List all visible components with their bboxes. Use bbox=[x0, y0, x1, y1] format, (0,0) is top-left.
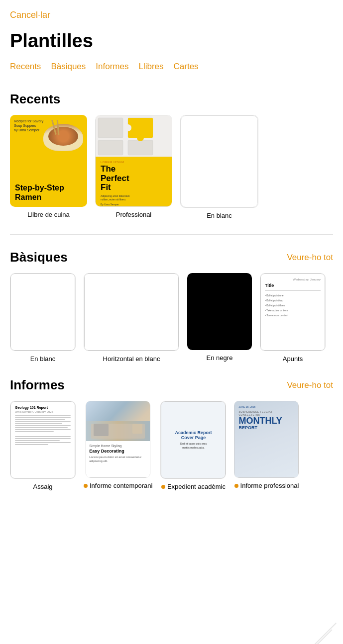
academic-body-text: Sed et lacus quis arcumattis malesuada. bbox=[180, 442, 207, 450]
tab-basics[interactable]: Bàsiques bbox=[51, 62, 86, 72]
nav-tabs: Recents Bàsiques Informes Llibres Cartes bbox=[0, 62, 343, 82]
reports-section: Informes Veure-ho tot Geology 101 Report… bbox=[0, 372, 343, 500]
tab-books[interactable]: Llibres bbox=[138, 62, 163, 72]
template-label-blank-recent: En blanc bbox=[207, 212, 232, 219]
notes-date: Wednesday, January bbox=[265, 278, 321, 281]
monthly-sub: REPORT bbox=[238, 425, 294, 430]
note-line-4: • Take action on item bbox=[265, 309, 321, 312]
template-label-notes: Apunts bbox=[283, 355, 303, 363]
template-label-contemporary: Informe contemporani bbox=[84, 482, 152, 489]
note-line-2: • Bullet point two bbox=[265, 299, 321, 302]
essay-title: Geology 101 Report bbox=[15, 406, 71, 409]
svg-rect-0 bbox=[98, 118, 123, 138]
monthly-date: JUNE 15, 2025 bbox=[238, 405, 294, 408]
ramen-top-text: Recipes for SavorySoup Suppersby Urna Se… bbox=[14, 119, 43, 132]
tab-recents[interactable]: Recents bbox=[10, 62, 41, 72]
template-label-perfectfit: Professional bbox=[116, 211, 152, 218]
template-item-notes[interactable]: Wednesday, January Title • Bullet point … bbox=[260, 273, 326, 363]
template-item-blank-basic[interactable]: En blanc bbox=[10, 273, 76, 363]
dot-contemporary bbox=[84, 484, 88, 488]
basics-see-all[interactable]: Veure-ho tot bbox=[287, 253, 333, 263]
tab-cards[interactable]: Cartes bbox=[174, 62, 199, 72]
template-item-perfectfit[interactable]: LOREM IPSUM ThePerfectFit Adipiscing ame… bbox=[95, 115, 172, 219]
svg-point-5 bbox=[137, 134, 144, 141]
template-item-essay[interactable]: Geology 101 Report Urna Semper / January… bbox=[10, 401, 76, 490]
template-item-blank-h[interactable]: Horitzontal en blanc bbox=[84, 273, 179, 363]
divider-1 bbox=[10, 234, 333, 235]
contemporary-text: Simple Home Styling Easy Decorating Lore… bbox=[86, 441, 150, 477]
template-item-contemporary[interactable]: Simple Home Styling Easy Decorating Lore… bbox=[84, 401, 152, 490]
reports-row: Geology 101 Report Urna Semper / January… bbox=[10, 401, 333, 500]
essay-body bbox=[15, 415, 71, 445]
cancel-button[interactable]: Cancel·lar bbox=[0, 0, 343, 25]
essay-subtitle: Urna Semper / January 2025 bbox=[15, 410, 71, 413]
template-label-monthly: Informe professional bbox=[234, 482, 299, 489]
template-label-blank-h: Horitzontal en blanc bbox=[103, 355, 160, 363]
note-line-5: • Some more content bbox=[265, 314, 321, 317]
basics-title: Bàsiques bbox=[10, 250, 68, 265]
recents-section: Recents Recipes for SavorySoup Suppersby… bbox=[0, 82, 343, 229]
reports-title: Informes bbox=[10, 377, 65, 393]
basics-section: Bàsiques Veure-ho tot En blanc Horitzont… bbox=[0, 240, 343, 372]
academic-title-text: Academic ReportCover Page bbox=[175, 430, 212, 440]
monthly-main: MONTHLY bbox=[238, 416, 294, 425]
notes-title-text: Title bbox=[265, 283, 321, 288]
note-line-3: • Bullet point three bbox=[265, 304, 321, 307]
template-label-blank-basic: En blanc bbox=[30, 355, 56, 363]
basics-row: En blanc Horitzontal en blanc En negre W… bbox=[10, 273, 333, 372]
dot-academic bbox=[161, 485, 165, 489]
template-item-black[interactable]: En negre bbox=[187, 273, 252, 363]
recents-row: Recipes for SavorySoup Suppersby Urna Se… bbox=[10, 115, 333, 229]
template-label-academic: Expedient acadèmic bbox=[161, 483, 226, 490]
template-item-blank-recent[interactable]: En blanc bbox=[180, 115, 258, 219]
reports-see-all[interactable]: Veure-ho tot bbox=[287, 380, 333, 390]
svg-point-6 bbox=[124, 124, 131, 131]
template-item-ramen[interactable]: Recipes for SavorySoup Suppersby Urna Se… bbox=[10, 115, 87, 219]
notes-lines: • Bullet point one • Bullet point two • … bbox=[265, 294, 321, 317]
contemporary-image bbox=[86, 401, 150, 441]
recents-title: Recents bbox=[10, 92, 60, 107]
template-label-ramen: Llibre de cuina bbox=[27, 211, 70, 218]
svg-rect-3 bbox=[128, 140, 153, 155]
template-label-black: En negre bbox=[207, 354, 233, 362]
page-title: Plantilles bbox=[0, 25, 343, 62]
tab-reports[interactable]: Informes bbox=[96, 62, 128, 72]
dot-monthly bbox=[234, 484, 238, 488]
notes-divider bbox=[265, 290, 321, 290]
note-line-1: • Bullet point one bbox=[265, 294, 321, 297]
svg-rect-2 bbox=[98, 140, 123, 155]
template-item-academic[interactable]: Academic ReportCover Page Sed et lacus q… bbox=[160, 401, 226, 490]
template-item-monthly[interactable]: JUNE 15, 2025 SUSPENDISSE FEUGIATCONSECT… bbox=[234, 401, 299, 490]
template-label-essay: Assaig bbox=[33, 483, 52, 490]
